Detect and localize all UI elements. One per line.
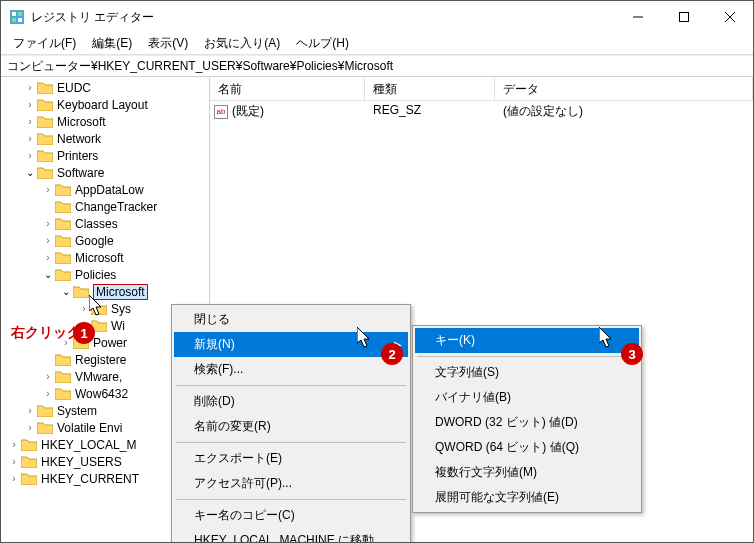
folder-icon: [55, 183, 71, 196]
chevron-right-icon[interactable]: ›: [23, 150, 37, 161]
chevron-down-icon[interactable]: ⌄: [23, 167, 37, 178]
annotation-rightclick: 右クリック: [11, 324, 81, 342]
tree-changetracker[interactable]: ChangeTracker: [1, 198, 209, 215]
sub-qword[interactable]: QWORD (64 ビット) 値(Q): [415, 435, 639, 460]
folder-icon: [55, 387, 71, 400]
tree-label: EUDC: [57, 81, 91, 95]
chevron-right-icon[interactable]: ›: [7, 439, 21, 450]
folder-icon: [37, 81, 53, 94]
col-name[interactable]: 名前: [210, 77, 365, 100]
chevron-right-icon[interactable]: ›: [23, 99, 37, 110]
ctx-new[interactable]: 新規(N)▶: [174, 332, 408, 357]
tree-microsoft[interactable]: ›Microsoft: [1, 113, 209, 130]
tree-label: Volatile Envi: [57, 421, 122, 435]
tree-label: Registere: [75, 353, 126, 367]
chevron-right-icon[interactable]: ›: [77, 303, 91, 314]
chevron-right-icon[interactable]: ›: [23, 133, 37, 144]
chevron-right-icon[interactable]: ›: [23, 405, 37, 416]
ctx-rename[interactable]: 名前の変更(R): [174, 414, 408, 439]
sub-dword[interactable]: DWORD (32 ビット) 値(D): [415, 410, 639, 435]
menu-help[interactable]: ヘルプ(H): [288, 35, 357, 52]
tree-classes[interactable]: ›Classes: [1, 215, 209, 232]
tree-software[interactable]: ⌄Software: [1, 164, 209, 181]
folder-icon: [73, 285, 89, 298]
chevron-right-icon[interactable]: ›: [7, 473, 21, 484]
separator: [176, 385, 406, 386]
sub-multistring[interactable]: 複数行文字列値(M): [415, 460, 639, 485]
folder-icon: [21, 472, 37, 485]
chevron-down-icon[interactable]: ⌄: [59, 286, 73, 297]
chevron-right-icon[interactable]: ›: [7, 456, 21, 467]
tree-microsoft2[interactable]: ›Microsoft: [1, 249, 209, 266]
svg-rect-4: [18, 18, 22, 22]
annotation-badge-3: 3: [621, 343, 643, 365]
svg-rect-6: [680, 13, 689, 22]
separator: [176, 499, 406, 500]
tree-label: ChangeTracker: [75, 200, 157, 214]
address-bar[interactable]: コンピューター¥HKEY_CURRENT_USER¥Software¥Polic…: [1, 55, 753, 77]
window-title: レジストリ エディター: [31, 9, 615, 26]
tree-label: VMware,: [75, 370, 122, 384]
col-data[interactable]: データ: [495, 77, 753, 100]
sub-string[interactable]: 文字列値(S): [415, 360, 639, 385]
folder-icon: [37, 98, 53, 111]
tree-label: Wi: [111, 319, 125, 333]
tree-label: Software: [57, 166, 104, 180]
ctx-permissions[interactable]: アクセス許可(P)...: [174, 471, 408, 496]
sub-binary[interactable]: バイナリ値(B): [415, 385, 639, 410]
menu-view[interactable]: 表示(V): [140, 35, 196, 52]
ctx-export[interactable]: エクスポート(E): [174, 446, 408, 471]
sub-expandstring[interactable]: 展開可能な文字列値(E): [415, 485, 639, 510]
ctx-close[interactable]: 閉じる: [174, 307, 408, 332]
chevron-right-icon[interactable]: ›: [41, 184, 55, 195]
tree-google[interactable]: ›Google: [1, 232, 209, 249]
close-button[interactable]: [707, 1, 753, 33]
chevron-right-icon[interactable]: ›: [41, 218, 55, 229]
list-row[interactable]: ab (既定) REG_SZ (値の設定なし): [210, 101, 753, 122]
tree-label: Classes: [75, 217, 118, 231]
menu-favorites[interactable]: お気に入り(A): [196, 35, 288, 52]
tree-policies[interactable]: ⌄Policies: [1, 266, 209, 283]
new-submenu: キー(K) 文字列値(S) バイナリ値(B) DWORD (32 ビット) 値(…: [412, 325, 642, 513]
chevron-right-icon[interactable]: ›: [41, 252, 55, 263]
chevron-right-icon[interactable]: ›: [41, 388, 55, 399]
tree-label: Microsoft: [75, 251, 124, 265]
tree-label: Printers: [57, 149, 98, 163]
tree-label: Sys: [111, 302, 131, 316]
chevron-right-icon[interactable]: ›: [23, 82, 37, 93]
chevron-right-icon[interactable]: ›: [41, 235, 55, 246]
row-name-cell: ab (既定): [210, 103, 365, 120]
list-header: 名前 種類 データ: [210, 77, 753, 101]
tree-network[interactable]: ›Network: [1, 130, 209, 147]
sub-key[interactable]: キー(K): [415, 328, 639, 353]
maximize-button[interactable]: [661, 1, 707, 33]
row-type-cell: REG_SZ: [365, 103, 495, 120]
menu-edit[interactable]: 編集(E): [84, 35, 140, 52]
ctx-copy-key[interactable]: キー名のコピー(C): [174, 503, 408, 528]
tree-keyboard[interactable]: ›Keyboard Layout: [1, 96, 209, 113]
tree-appdatalow[interactable]: ›AppDataLow: [1, 181, 209, 198]
ctx-delete[interactable]: 削除(D): [174, 389, 408, 414]
window-controls: [615, 1, 753, 33]
chevron-right-icon[interactable]: ›: [23, 116, 37, 127]
ctx-goto-hklm[interactable]: HKEY_LOCAL_MACHINE に移動(T): [174, 528, 408, 543]
menu-file[interactable]: ファイル(F): [5, 35, 84, 52]
chevron-right-icon[interactable]: ›: [41, 371, 55, 382]
chevron-down-icon[interactable]: ⌄: [41, 269, 55, 280]
tree-label: Wow6432: [75, 387, 128, 401]
col-type[interactable]: 種類: [365, 77, 495, 100]
app-icon: [9, 9, 25, 25]
regedit-window: レジストリ エディター ファイル(F) 編集(E) 表示(V) お気に入り(A)…: [0, 0, 754, 543]
ctx-find[interactable]: 検索(F)...: [174, 357, 408, 382]
tree-eudc[interactable]: ›EUDC: [1, 79, 209, 96]
chevron-right-icon[interactable]: ›: [23, 422, 37, 433]
context-menu: 閉じる 新規(N)▶ 検索(F)... 削除(D) 名前の変更(R) エクスポー…: [171, 304, 411, 543]
tree-label: Keyboard Layout: [57, 98, 148, 112]
tree-printers[interactable]: ›Printers: [1, 147, 209, 164]
folder-icon: [55, 234, 71, 247]
folder-icon: [37, 132, 53, 145]
folder-icon: [91, 302, 107, 315]
minimize-button[interactable]: [615, 1, 661, 33]
svg-rect-2: [18, 12, 22, 16]
tree-policies-microsoft[interactable]: ⌄Microsoft: [1, 283, 209, 300]
